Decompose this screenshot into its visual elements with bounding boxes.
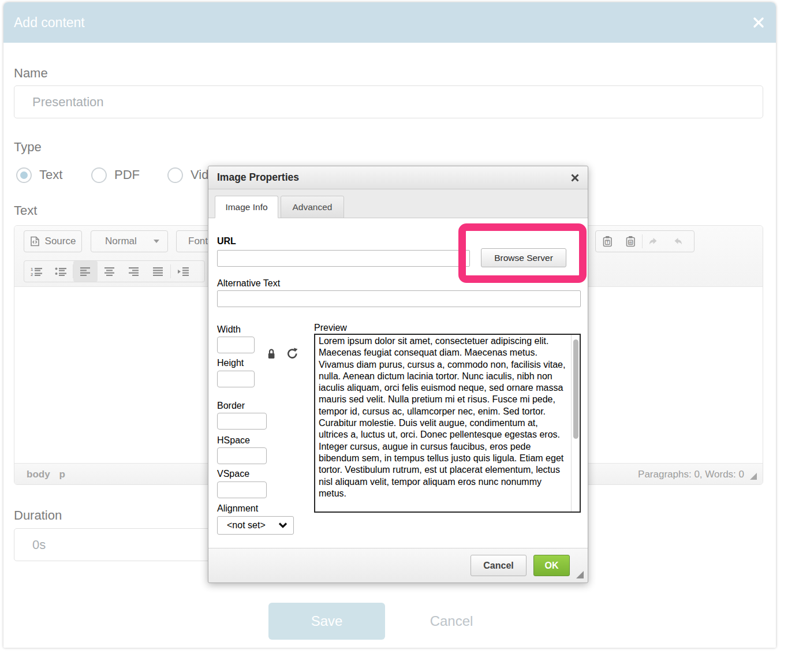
radio-button-pdf[interactable]	[91, 167, 107, 183]
paste-as-text-button[interactable]: T	[596, 231, 619, 252]
source-button[interactable]: Source	[24, 230, 82, 252]
align-right-icon	[129, 267, 139, 276]
bullet-list-icon	[55, 267, 67, 276]
close-button[interactable]	[753, 17, 764, 28]
dialog-title: Add content	[3, 15, 85, 31]
align-left-button[interactable]	[73, 261, 98, 282]
height-label: Height	[217, 358, 244, 368]
justify-icon	[153, 267, 163, 276]
url-input[interactable]	[217, 250, 470, 267]
undo-icon	[648, 237, 660, 246]
justify-button[interactable]	[146, 261, 170, 282]
redo-button[interactable]	[666, 231, 689, 252]
source-button-label: Source	[45, 236, 76, 247]
alternative-text-label: Alternative Text	[217, 278, 280, 289]
word-count: Paragraphs: 0, Words: 0	[638, 464, 744, 485]
editor-resize-grip-icon[interactable]	[750, 473, 757, 480]
paste-as-text-icon: T	[602, 236, 613, 247]
close-icon	[570, 173, 580, 182]
close-icon	[753, 17, 764, 28]
name-label: Name	[14, 66, 48, 81]
vspace-input[interactable]	[217, 481, 267, 498]
radio-selected-dot	[20, 171, 28, 179]
image-properties-footer: Cancel OK	[208, 548, 588, 583]
svg-text:W: W	[629, 241, 632, 244]
width-input[interactable]	[217, 337, 255, 353]
chevron-down-icon	[278, 522, 293, 528]
element-path: body p	[27, 464, 65, 485]
vspace-label: VSpace	[217, 469, 249, 479]
tab-image-info[interactable]: Image Info	[215, 196, 278, 218]
lock-ratio-button[interactable]	[267, 348, 276, 362]
height-input[interactable]	[217, 371, 255, 387]
cancel-button[interactable]: Cancel	[385, 603, 518, 640]
align-left-icon	[80, 267, 91, 276]
indent-button[interactable]	[171, 261, 195, 282]
preview-label: Preview	[314, 323, 347, 333]
type-label: Type	[14, 140, 42, 155]
add-content-header: Add content	[3, 2, 776, 43]
lock-icon	[267, 348, 276, 360]
preview-scrollbar-thumb[interactable]	[573, 339, 578, 439]
preview-box: Lorem ipsum dolor sit amet, consectetuer…	[314, 334, 581, 513]
align-center-icon	[104, 267, 115, 276]
tab-advanced[interactable]: Advanced	[281, 196, 344, 218]
element-path-p[interactable]: p	[59, 469, 65, 480]
svg-text:T: T	[606, 240, 608, 244]
image-properties-titlebar[interactable]: Image Properties	[208, 166, 588, 189]
image-properties-tabs: Image Info Advanced	[208, 189, 588, 218]
width-label: Width	[217, 324, 241, 335]
border-label: Border	[217, 401, 245, 411]
hspace-label: HSpace	[217, 435, 250, 446]
radio-label-video: Vid	[191, 167, 208, 182]
radio-option-pdf[interactable]: PDF	[91, 166, 140, 184]
image-properties-dialog: Image Properties Image Info Advanced URL…	[208, 166, 588, 583]
image-properties-close-button[interactable]	[570, 173, 580, 182]
radio-label-pdf: PDF	[114, 167, 140, 182]
url-label: URL	[217, 236, 236, 247]
align-center-button[interactable]	[98, 261, 122, 282]
image-info-panel: URL Browse Server Alternative Text Width	[208, 218, 588, 548]
image-properties-ok-button[interactable]: OK	[533, 555, 570, 576]
image-properties-cancel-button[interactable]: Cancel	[471, 555, 527, 576]
preview-scrollbar[interactable]	[571, 335, 580, 512]
alignment-label: Alignment	[217, 503, 258, 514]
radio-option-text[interactable]: Text	[16, 166, 62, 184]
numbered-list-icon: 1 2	[31, 267, 43, 276]
hspace-input[interactable]	[217, 447, 267, 464]
bullet-list-button[interactable]	[48, 261, 73, 282]
alternative-text-input[interactable]	[217, 290, 581, 307]
radio-button-video[interactable]	[167, 167, 183, 183]
save-button[interactable]: Save	[268, 603, 385, 640]
element-path-body[interactable]: body	[27, 469, 50, 480]
browse-server-button[interactable]: Browse Server	[481, 248, 566, 267]
preview-text: Lorem ipsum dolor sit amet, consectetuer…	[315, 335, 571, 512]
indent-icon	[177, 267, 189, 276]
paste-from-word-button[interactable]: W	[619, 231, 642, 252]
text-label: Text	[14, 203, 37, 218]
font-dropdown-label: Font	[188, 236, 208, 247]
undo-button[interactable]	[643, 231, 666, 252]
format-button-group: 1 2	[24, 260, 205, 282]
align-right-button[interactable]	[122, 261, 146, 282]
alignment-select[interactable]: <not set>	[217, 516, 294, 535]
redo-icon	[671, 237, 683, 246]
radio-label-text: Text	[39, 167, 62, 182]
dialog-resize-grip-icon[interactable]	[576, 571, 584, 578]
clipboard-button-group: T W	[595, 230, 695, 252]
paste-from-word-icon: W	[625, 236, 636, 247]
paragraph-format-dropdown[interactable]: Normal	[91, 230, 168, 252]
border-input[interactable]	[217, 413, 267, 430]
refresh-icon	[286, 348, 298, 360]
duration-label: Duration	[14, 508, 62, 523]
radio-button-text[interactable]	[16, 167, 32, 183]
radio-option-video[interactable]: Vid	[167, 166, 208, 184]
reset-size-button[interactable]	[286, 348, 298, 362]
numbered-list-button[interactable]: 1 2	[24, 261, 48, 282]
chevron-down-icon	[154, 240, 159, 243]
page: Add content Name Type Text PDF Vid Text	[0, 0, 799, 672]
svg-text:1: 1	[31, 267, 33, 272]
name-input[interactable]	[14, 85, 763, 118]
image-properties-title: Image Properties	[208, 171, 299, 184]
svg-text:2: 2	[31, 272, 33, 276]
